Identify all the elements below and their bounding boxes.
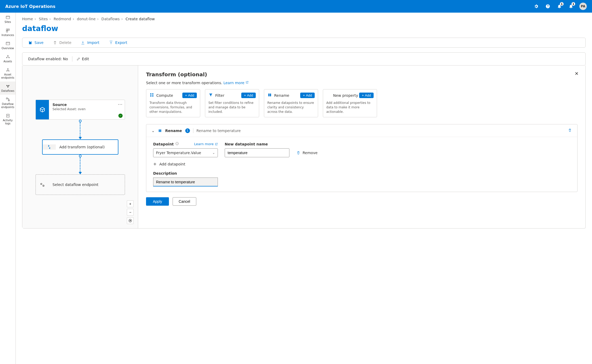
sites-icon (5, 15, 11, 20)
breadcrumb-link[interactable]: Sites (39, 17, 48, 21)
zoom-fit-button[interactable]: ⦿ (127, 217, 134, 224)
transform-panel: ✕ Transform (optional) Select one or mor… (138, 65, 585, 228)
notifications-icon[interactable]: 1 (556, 3, 563, 9)
dataflow-endpoints-icon (5, 97, 11, 102)
learn-more-link[interactable]: Learn more (223, 81, 249, 85)
add-filter-button[interactable]: +Add (241, 93, 256, 98)
description-label: Description (153, 171, 570, 175)
remove-button[interactable]: Remove (296, 148, 318, 157)
panel-subtitle: Select one or more transform operations.… (146, 81, 578, 85)
compute-icon (149, 93, 154, 98)
svg-rect-13 (6, 114, 9, 117)
transform-title: Add transform (optional) (59, 145, 105, 149)
op-card-compute: Compute +Add Transform data through conv… (146, 89, 200, 117)
delete-section-button[interactable] (568, 128, 572, 133)
edit-button[interactable]: Edit (77, 57, 89, 61)
endpoint-node[interactable]: Select dataflow endpoint (36, 174, 125, 195)
add-new-property-button[interactable]: +Add (359, 93, 374, 98)
import-button[interactable]: Import (81, 41, 99, 45)
dataflows-icon (5, 84, 11, 89)
alert-badge: 1 (571, 2, 575, 6)
svg-rect-11 (6, 98, 8, 99)
sidebar-item-asset-endpoints[interactable]: Asset endpoints (0, 65, 16, 82)
info-icon[interactable] (175, 142, 179, 146)
brand: Azure IoT Operations (5, 4, 55, 9)
new-name-input[interactable] (225, 148, 289, 157)
datapoint-label: Datapoint (153, 142, 179, 146)
close-icon[interactable]: ✕ (575, 71, 579, 76)
breadcrumb-link[interactable]: Home (22, 17, 33, 21)
svg-point-8 (7, 68, 8, 69)
chevron-down-icon[interactable]: ⌄ (152, 129, 155, 133)
breadcrumb-current: Create dataflow (126, 17, 155, 21)
status-card: Dataflow enabled: No Edit (22, 52, 586, 65)
sidebar-item-instances[interactable]: Instances (0, 26, 16, 39)
more-icon[interactable]: ⋯ (118, 102, 123, 107)
learn-more-link[interactable]: Learn more (194, 142, 218, 146)
rename-icon (267, 93, 272, 98)
check-icon (118, 114, 123, 118)
page-title: dataflow (22, 24, 586, 33)
endpoint-title: Select dataflow endpoint (53, 183, 99, 187)
breadcrumb-link[interactable]: donut-line (77, 17, 96, 21)
description-input[interactable] (153, 178, 218, 186)
new-property-icon (326, 93, 331, 98)
alerts-icon[interactable]: 1 (568, 3, 574, 9)
delete-button: Delete (53, 41, 71, 45)
op-card-new-property: New property +Add Add additional propert… (323, 89, 377, 117)
overview-icon (5, 41, 11, 46)
sidebar: Sites Instances Overview Assets Asset en… (0, 13, 16, 364)
zoom-out-button[interactable]: − (127, 209, 134, 216)
sidebar-item-activity-logs[interactable]: Activity logs (0, 111, 16, 127)
svg-rect-12 (8, 100, 9, 101)
svg-rect-1 (6, 29, 8, 30)
asset-endpoints-icon (5, 67, 11, 73)
op-card-rename: Rename +Add Rename datapoints to ensure … (264, 89, 318, 117)
rename-icon (158, 129, 162, 133)
transform-node[interactable]: Add transform (optional) (42, 139, 118, 155)
count-badge: 1 (185, 128, 190, 133)
avatar[interactable]: PA (579, 3, 587, 10)
sidebar-item-dataflows[interactable]: Dataflows (0, 82, 16, 95)
breadcrumb-link[interactable]: Dataflows (101, 17, 120, 21)
settings-icon[interactable] (533, 3, 539, 9)
panel-title: Transform (optional) (146, 71, 578, 78)
svg-rect-2 (8, 29, 9, 30)
svg-rect-3 (6, 31, 8, 32)
dataflow-canvas: Source Selected Asset: oven ⋯ (22, 65, 138, 228)
help-icon[interactable] (545, 3, 551, 9)
transform-icon (43, 144, 56, 150)
add-rename-button[interactable]: +Add (300, 93, 315, 98)
save-button[interactable]: Save (28, 41, 43, 45)
add-compute-button[interactable]: +Add (182, 93, 197, 98)
filter-icon (208, 93, 213, 98)
cancel-button[interactable]: Cancel (173, 197, 196, 206)
chevron-down-icon: ⌄ (212, 151, 215, 155)
toolbar: Save Delete Import Export (22, 38, 586, 48)
endpoint-icon (36, 182, 49, 187)
activity-logs-icon (5, 113, 11, 118)
zoom-in-button[interactable]: + (127, 200, 134, 207)
cube-icon (36, 100, 49, 119)
add-datapoint-button[interactable]: + Add datapoint (153, 161, 570, 166)
breadcrumb: Home› Sites› Redmond› donut-line› Datafl… (22, 17, 586, 21)
breadcrumb-link[interactable]: Redmond (54, 17, 71, 21)
apply-button[interactable]: Apply (146, 197, 169, 206)
assets-icon (5, 54, 11, 59)
source-title: Source (53, 103, 121, 107)
svg-rect-0 (6, 16, 10, 19)
section-summary: Rename to temperature (197, 129, 565, 133)
source-subtitle: Selected Asset: oven (53, 107, 121, 111)
new-name-label: New datapoint name (225, 142, 289, 146)
export-button[interactable]: Export (109, 41, 127, 45)
source-node[interactable]: Source Selected Asset: oven ⋯ (36, 100, 125, 120)
datapoint-select[interactable]: Fryer Temperature.Value ⌄ (153, 148, 218, 157)
sidebar-item-assets[interactable]: Assets (0, 52, 16, 65)
notification-badge: 1 (560, 2, 564, 6)
sidebar-item-sites[interactable]: Sites (0, 13, 16, 26)
instances-icon (5, 28, 11, 33)
sidebar-item-overview[interactable]: Overview (0, 39, 16, 52)
enabled-label: Dataflow enabled: No (28, 57, 68, 61)
sidebar-item-dataflow-endpoints[interactable]: Dataflow endpoints (0, 95, 16, 111)
svg-rect-4 (6, 42, 10, 45)
